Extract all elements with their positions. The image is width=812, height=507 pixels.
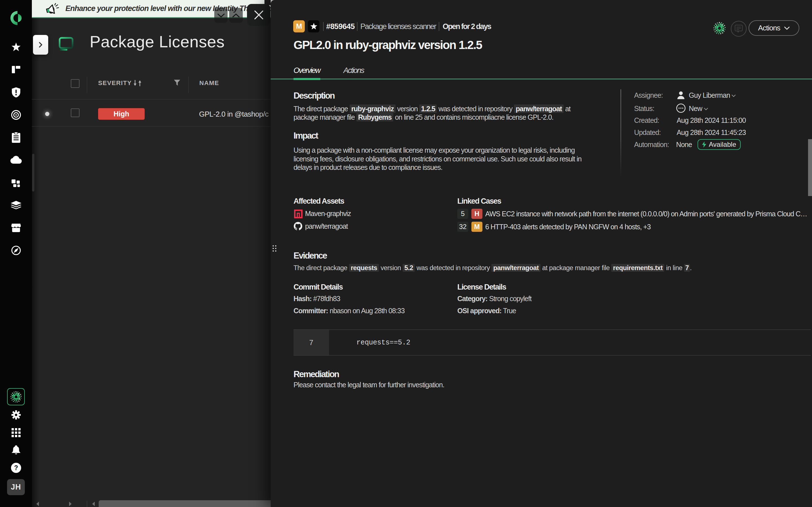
svg-text:?: ? — [14, 464, 18, 471]
